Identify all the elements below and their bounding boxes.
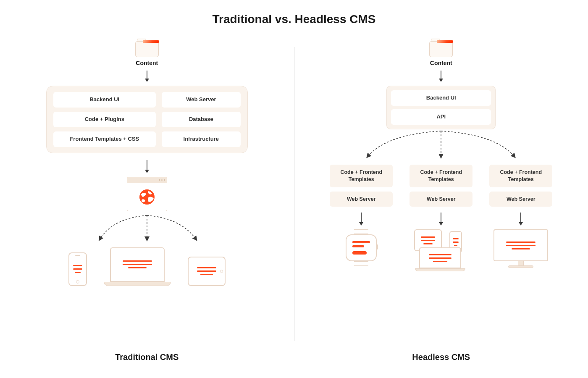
phone-icon xyxy=(68,252,87,286)
traditional-panel: Backend UI Code + Plugins Frontend Templ… xyxy=(46,86,248,153)
multi-device-icon xyxy=(412,229,470,271)
device-row xyxy=(68,247,226,286)
arrow-down-icon xyxy=(147,160,147,173)
panel-right-col: Web Server Database Infrastructure xyxy=(162,92,241,147)
content-label: Content xyxy=(430,60,452,66)
tablet-icon xyxy=(188,257,226,286)
traditional-column: Content Backend UI Code + Plugins Fronte… xyxy=(0,34,294,354)
arrow-down-icon xyxy=(441,71,441,81)
box-web-server: Web Server xyxy=(410,192,472,207)
headless-subcolumn: Code + Frontend Templates Web Server xyxy=(407,165,475,272)
smartwatch-icon xyxy=(346,229,377,266)
panel-item: Database xyxy=(162,112,241,127)
headless-label: Headless CMS xyxy=(294,352,588,362)
panel-item: Infrastructure xyxy=(162,131,241,147)
branching-arrows xyxy=(328,129,554,165)
panel-item: Web Server xyxy=(162,92,241,108)
arrow-down-icon xyxy=(520,213,521,225)
panel-item: Backend UI xyxy=(391,90,491,106)
box-code-templates: Code + Frontend Templates xyxy=(410,165,472,187)
headless-subcolumn: Code + Frontend Templates Web Server xyxy=(487,165,554,272)
desktop-monitor-icon xyxy=(494,229,548,268)
diagram-title: Traditional vs. Headless CMS xyxy=(0,0,588,34)
box-code-templates: Code + Frontend Templates xyxy=(330,165,393,187)
globe-icon xyxy=(138,188,156,206)
headless-subcolumn: Code + Frontend Templates Web Server xyxy=(328,165,395,272)
panel-item: Backend UI xyxy=(53,92,156,108)
svg-point-0 xyxy=(139,189,155,205)
laptop-icon xyxy=(104,247,171,286)
traditional-label: Traditional CMS xyxy=(0,352,294,362)
diagram-columns: Content Backend UI Code + Plugins Fronte… xyxy=(0,34,588,354)
headless-column: Content Backend UI API Code + Frontend T… xyxy=(294,34,588,354)
headless-columns-row: Code + Frontend Templates Web Server xyxy=(328,165,554,272)
folder-icon xyxy=(429,39,453,57)
branching-arrows xyxy=(67,214,227,247)
box-web-server: Web Server xyxy=(489,192,552,207)
arrow-down-icon xyxy=(361,213,362,225)
panel-item: API xyxy=(391,109,491,125)
arrow-down-icon xyxy=(441,213,441,225)
folder-icon xyxy=(135,39,159,57)
box-code-templates: Code + Frontend Templates xyxy=(489,165,552,187)
headless-top-panel: Backend UI API xyxy=(386,86,496,129)
panel-item: Code + Plugins xyxy=(53,112,156,127)
box-web-server: Web Server xyxy=(330,192,393,207)
content-label: Content xyxy=(136,60,158,66)
panel-left-col: Backend UI Code + Plugins Frontend Templ… xyxy=(53,92,156,147)
browser-window-icon xyxy=(127,177,167,211)
arrow-down-icon xyxy=(147,71,147,81)
panel-item: Frontend Templates + CSS xyxy=(53,131,156,147)
